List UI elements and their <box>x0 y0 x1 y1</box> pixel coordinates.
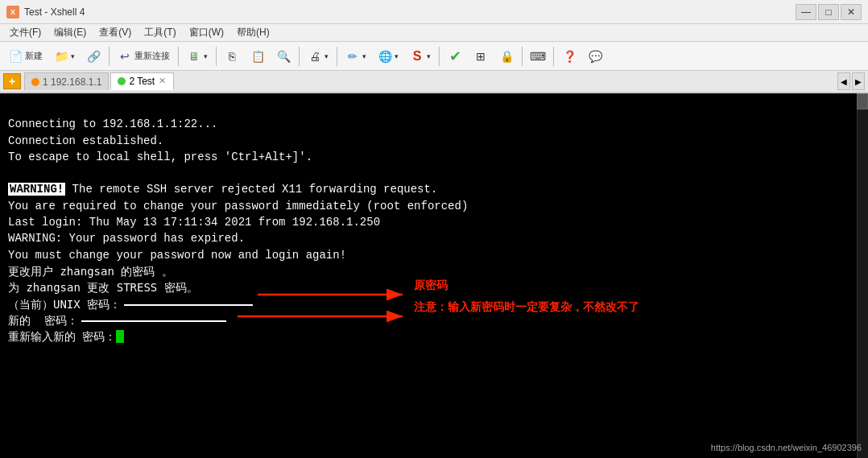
paste-icon: 📋 <box>250 49 265 64</box>
bubble-button[interactable]: 💬 <box>583 45 607 68</box>
tab-add-button[interactable]: + <box>3 73 21 89</box>
terminal[interactable]: Connecting to 192.168.1.1:22... Connecti… <box>0 93 868 458</box>
print-button[interactable]: 🖨 ▾ <box>303 45 333 68</box>
copy-icon: ⎘ <box>225 49 239 64</box>
terminal-line-8: Last login: Thu May 13 17:11:34 2021 fro… <box>8 214 860 230</box>
help-icon: ❓ <box>562 49 577 64</box>
keyboard-button[interactable]: ⌨ <box>526 45 550 68</box>
globe-button[interactable]: 🌐 ▾ <box>373 45 403 68</box>
toolbar-sep-4 <box>299 47 300 66</box>
scrollbar-thumb[interactable] <box>857 93 868 109</box>
minimize-button[interactable]: — <box>796 4 816 20</box>
copy-button[interactable]: ⎘ <box>220 45 244 68</box>
menu-bar: 文件(F) 编辑(E) 查看(V) 工具(T) 窗口(W) 帮助(H) <box>0 24 868 42</box>
terminal-line-13: （当前）UNIX 密码： <box>8 296 860 312</box>
terminal-line-12: 为 zhangsan 更改 STRESS 密码。 <box>8 279 860 295</box>
toolbar-sep-5 <box>337 47 337 66</box>
menu-tools[interactable]: 工具(T) <box>138 24 182 41</box>
new-button[interactable]: 📄 新建 <box>3 45 48 68</box>
grid-icon: ⊞ <box>473 49 488 64</box>
terminal-cursor <box>116 330 124 343</box>
folder-dropdown-icon: ▾ <box>71 52 75 60</box>
terminal-line-15: 重新输入新的 密码： <box>8 328 860 345</box>
grid-button[interactable]: ⊞ <box>469 45 493 68</box>
globe-icon: 🌐 <box>378 49 392 64</box>
new-label: 新建 <box>25 50 43 62</box>
reconnect-button[interactable]: ↩ 重新连接 <box>113 45 175 68</box>
folder-button[interactable]: 📁 ▾ <box>49 45 80 68</box>
tab-1[interactable]: 1 192.168.1.1 <box>24 72 109 90</box>
tab-2-close[interactable]: ✕ <box>158 76 167 86</box>
terminal-line-1 <box>8 100 860 116</box>
tab-2[interactable]: 2 Test ✕ <box>110 72 174 90</box>
scrollbar[interactable] <box>857 93 868 458</box>
new-icon: 📄 <box>8 49 23 64</box>
fire-dropdown-icon: ▾ <box>427 52 431 60</box>
find-icon: 🔍 <box>276 49 291 64</box>
keyboard-icon: ⌨ <box>531 49 545 64</box>
menu-view[interactable]: 查看(V) <box>93 24 138 41</box>
folder-icon: 📁 <box>54 49 68 64</box>
print-icon: 🖨 <box>308 49 322 64</box>
lock-icon: 🔒 <box>499 49 514 64</box>
title-bar: X Test - Xshell 4 — □ ✕ <box>0 0 868 24</box>
compose-button[interactable]: ✏ ▾ <box>341 45 371 68</box>
monitor-dropdown-icon: ▾ <box>204 52 208 60</box>
toolbar-sep-7 <box>522 47 523 66</box>
compose-icon: ✏ <box>345 49 360 64</box>
tab-2-label: 2 Test <box>129 76 155 87</box>
watermark: https://blog.csdn.net/weixin_46902396 <box>711 442 862 455</box>
warning-badge: WARNING! <box>8 183 65 196</box>
terminal-line-4: To escape to local shell, press 'Ctrl+Al… <box>8 149 860 165</box>
lock-button[interactable]: 🔒 <box>494 45 519 68</box>
restore-button[interactable]: □ <box>818 4 839 20</box>
window-controls: — □ ✕ <box>796 4 862 20</box>
terminal-line-2: Connecting to 192.168.1.1:22... <box>8 116 860 132</box>
print-dropdown-icon: ▾ <box>324 52 329 60</box>
terminal-line-14: 新的 密码： <box>8 312 860 328</box>
help-button[interactable]: ❓ <box>557 45 581 68</box>
monitor-icon: 🖥 <box>187 49 201 64</box>
tab-scroll-right[interactable]: ▶ <box>852 72 865 90</box>
tab-scroll-buttons: ◀ ▶ <box>837 72 865 90</box>
toolbar-sep-1 <box>109 47 110 66</box>
fire-button[interactable]: S ▾ <box>405 45 436 68</box>
compose-dropdown-icon: ▾ <box>362 52 366 60</box>
tab-2-dot <box>118 77 126 85</box>
reconnect-icon: ↩ <box>118 49 132 64</box>
globe-dropdown-icon: ▾ <box>395 52 399 60</box>
terminal-line-10: You must change your password now and lo… <box>8 247 860 263</box>
toolbar-sep-2 <box>178 47 179 66</box>
find-button[interactable]: 🔍 <box>271 45 296 68</box>
monitor-button[interactable]: 🖥 ▾ <box>182 45 213 68</box>
menu-window[interactable]: 窗口(W) <box>183 24 230 41</box>
link-button[interactable]: 🔗 <box>81 45 105 68</box>
tab-1-dot <box>31 78 39 86</box>
tab-scroll-left[interactable]: ◀ <box>837 72 850 90</box>
greencheck-icon: ✔ <box>448 49 462 64</box>
menu-file[interactable]: 文件(F) <box>3 24 48 41</box>
toolbar-sep-6 <box>439 47 440 66</box>
terminal-line-9: WARNING: Your password has expired. <box>8 230 860 246</box>
link-icon: 🔗 <box>86 49 101 64</box>
bubble-icon: 💬 <box>588 49 602 64</box>
terminal-line-3: Connection established. <box>8 133 860 149</box>
toolbar-sep-3 <box>216 47 217 66</box>
terminal-line-7: You are required to change your password… <box>8 198 860 214</box>
window-title: Test - Xshell 4 <box>24 6 796 18</box>
greencheck-button[interactable]: ✔ <box>443 45 467 68</box>
tab-1-label: 1 192.168.1.1 <box>43 76 101 88</box>
paste-button[interactable]: 📋 <box>246 45 270 68</box>
toolbar: 📄 新建 📁 ▾ 🔗 ↩ 重新连接 🖥 ▾ ⎘ 📋 🔍 🖨 ▾ ✏ ▾ <box>0 42 868 71</box>
close-button[interactable]: ✕ <box>841 4 862 20</box>
fire-icon: S <box>410 49 424 64</box>
reconnect-label: 重新连接 <box>134 50 170 62</box>
terminal-line-5 <box>8 165 860 181</box>
menu-help[interactable]: 帮助(H) <box>230 24 276 41</box>
tab-bar: + 1 192.168.1.1 2 Test ✕ ◀ ▶ <box>0 71 868 93</box>
menu-edit[interactable]: 编辑(E) <box>48 24 93 41</box>
app-icon: X <box>6 6 19 19</box>
terminal-line-6: WARNING! The remote SSH server rejected … <box>8 181 860 197</box>
terminal-line-11: 更改用户 zhangsan 的密码 。 <box>8 263 860 279</box>
toolbar-sep-8 <box>553 47 554 66</box>
